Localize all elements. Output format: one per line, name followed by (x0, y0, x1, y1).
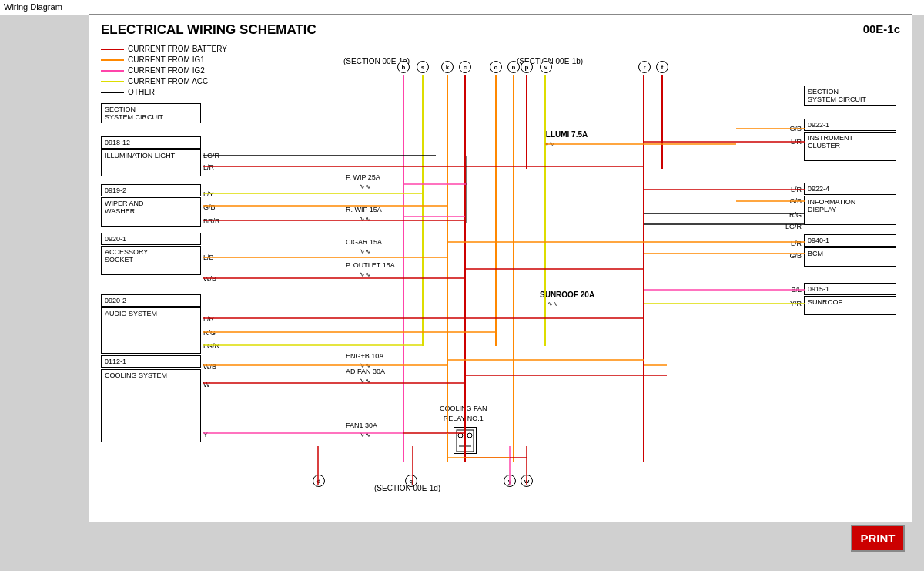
print-label: PRINT (861, 532, 896, 545)
wire-ly: L/Y (203, 190, 214, 198)
wire-lr-right-3: L/R (791, 240, 802, 247)
legend: CURRENT FROM BATTERY CURRENT FROM IG1 CU… (101, 44, 227, 98)
section-wiper: WIPER ANDWASHER (101, 197, 201, 227)
section-0919-2: 0919-2 (101, 184, 201, 196)
fuse-p-outlet: P. OUTLET 15A (346, 261, 395, 269)
wire-gb-right-1: G/B (789, 125, 802, 133)
wire-lb: L/B (203, 254, 214, 261)
connector-t: t (656, 61, 668, 73)
connector-n: n (507, 61, 520, 73)
page-title-bar: Wiring Diagram (0, 0, 924, 15)
cooling-fan-relay-label: COOLING FANRELAY NO.1 (440, 404, 487, 424)
wire-lr-illum: L/R (203, 163, 214, 171)
fuse-fan1: FAN1 30A (346, 422, 377, 429)
sunroof-fuse-label: SUNROOF 20A (540, 291, 594, 299)
fuse-r-wip-sym: ∿∿ (359, 215, 371, 223)
section-0915-1: 0915-1 (804, 283, 896, 295)
connector-k: k (441, 61, 454, 73)
wire-wb-acc: W/B (203, 275, 216, 283)
wire-y: Y (203, 431, 208, 438)
legend-acc: CURRENT FROM ACC (128, 76, 208, 87)
wire-bl-right: B/L (791, 286, 802, 294)
connector-d: d (313, 475, 325, 487)
wire-brr: BR/R (203, 217, 220, 225)
wire-lgr-right: LG/R (785, 223, 802, 230)
connector-w: w (521, 475, 533, 487)
section-0918-12: 0918-12 (101, 136, 201, 149)
page-number: 00E-1c (863, 22, 900, 35)
fuse-cigar-sym: ∿∿ (359, 247, 371, 255)
wire-w: W (203, 381, 210, 388)
connector-v: v (540, 61, 552, 73)
connector-o: o (490, 61, 502, 73)
wire-lr-audio: L/R (203, 315, 214, 323)
illumi-fuse-sym: ∿∿ (544, 140, 554, 147)
wire-rg-right: R/G (789, 211, 802, 219)
sunroof-fuse-sym: ∿∿ (547, 301, 558, 307)
fuse-fan1-sym: ∿∿ (359, 431, 371, 438)
section-0920-1: 0920-1 (101, 233, 201, 245)
section-cooling: COOLING SYSTEM (101, 369, 201, 442)
wire-lr-right-2: L/R (791, 186, 802, 193)
legend-battery: CURRENT FROM BATTERY (128, 44, 227, 55)
section-0112-1: 0112-1 (101, 355, 201, 368)
fuse-cigar: CIGAR 15A (346, 238, 382, 246)
wire-lgr-audio: LG/R (203, 342, 219, 350)
wire-rg: R/G (203, 329, 216, 337)
fuse-f-wip-sym: ∿∿ (359, 183, 371, 190)
fuse-ad-fan-sym: ∿∿ (359, 377, 371, 385)
wire-wb-cool: W/B (203, 363, 216, 371)
print-button[interactable]: PRINT (851, 525, 905, 552)
section-audio: AUDIO SYSTEM (101, 307, 201, 354)
fuse-r-wip: R. WIP 15A (346, 206, 382, 213)
section-0922-4: 0922-4 (804, 183, 896, 195)
connector-y: y (504, 475, 516, 487)
wire-lr-right-1: L/R (791, 138, 802, 146)
section-0920-2: 0920-2 (101, 294, 201, 307)
section-0940-1: 0940-1 (804, 234, 896, 247)
fuse-ad-fan: AD FAN 30A (346, 368, 385, 375)
wire-yr-right: Y/R (790, 300, 802, 307)
connector-h: h (397, 61, 410, 73)
section-sunroof: SUNROOF (804, 296, 896, 315)
illumi-fuse-label: ILLUMI 7.5A (544, 130, 588, 139)
left-section-header: SECTION SYSTEM CIRCUIT (101, 103, 201, 123)
wire-gb-right-3: G/B (789, 252, 802, 260)
legend-ig2: CURRENT FROM IG2 (128, 65, 205, 76)
wire-lgr-illum: LG/R (203, 152, 219, 160)
legend-ig1: CURRENT FROM IG1 (128, 55, 205, 65)
section-instrument-cluster: INSTRUMENTCLUSTER (804, 132, 896, 161)
legend-other: OTHER (128, 87, 155, 98)
connector-c: c (459, 61, 471, 73)
connector-q: q (405, 475, 417, 487)
connector-s: s (417, 61, 429, 73)
fuse-p-outlet-sym: ∿∿ (359, 270, 371, 278)
fuse-engb: ENG+B 10A (346, 352, 383, 360)
section-0922-1: 0922-1 (804, 119, 896, 131)
section-illumination: ILLUMINATION LIGHT (101, 149, 201, 176)
diagram-container: ELECTRICAL WIRING SCHEMATIC 00E-1c CURRE… (89, 14, 912, 522)
section-bcm: BCM (804, 247, 896, 267)
section-info-display: INFORMATIONDISPLAY (804, 196, 896, 225)
section-accessory: ACCESSORYSOCKET (101, 246, 201, 275)
connector-p: p (521, 61, 533, 73)
fuse-f-wip: F. WIP 25A (346, 173, 380, 181)
wire-gb-right-2: G/B (789, 197, 802, 205)
right-section-header: SECTION SYSTEM CIRCUIT (804, 86, 896, 106)
diagram-title: ELECTRICAL WIRING SCHEMATIC (101, 22, 316, 38)
connector-r: r (638, 61, 651, 73)
relay-box (454, 427, 477, 454)
page-title: Wiring Diagram (4, 2, 62, 12)
wire-gb-wiper: G/B (203, 203, 216, 211)
